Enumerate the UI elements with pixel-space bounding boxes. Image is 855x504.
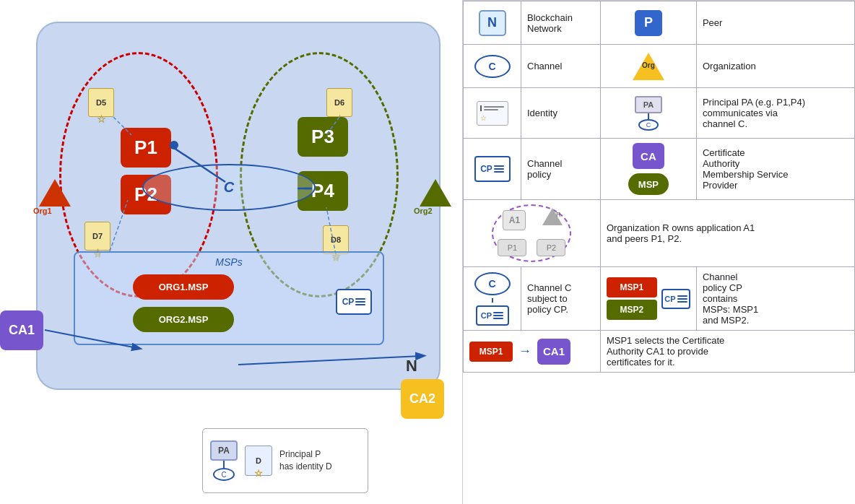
legend-org-r-container: A1 R P1 P2 [492,204,571,262]
legend-msp12-container: MSP1 MSP2 CP [607,277,690,320]
ca1-label: CA1 [9,323,35,338]
doc-d5: D5 [88,88,114,117]
left-panel: D5 D6 ☆ D7 ☆ D8 ☆ P1 P2 P3 P4 C [0,0,462,504]
doc-d6: D6 ☆ [326,88,352,117]
legend-ca-text: CertificateAuthorityMembership ServicePr… [696,139,854,200]
doc-d7: D7 ☆ [84,222,110,251]
legend-msp1-ca1-icon-cell: MSP1 → CA1 [464,331,601,373]
org2-triangle-container: Org2 [420,179,451,207]
legend-msp12-text: Channelpolicy CPcontainsMSPs: MSP1and MS… [696,267,854,331]
legend-msp1-ca1-text: MSP1 selects the CertificateAuthority CA… [600,331,854,373]
legend-org-triangle: Org [633,53,664,80]
peer-p3: P3 [298,117,348,157]
principal-pa-with-c: PA C [210,440,238,481]
pa-box: PA [210,440,238,461]
legend-row6-msp1: MSP1 [607,277,657,297]
cp-label: CP [342,297,355,307]
channel-c-ellipse: C [142,164,316,211]
principal-d-doc: D ☆ [245,446,272,476]
legend-cp-box: CP [474,156,511,182]
legend-org-r-p2: P2 [537,239,565,256]
pa-c-oval: C [213,468,235,481]
doc-d8: D8 ☆ [323,225,349,254]
legend-row-4: CP Channelpolicy CA MSP CertificateAutho… [464,139,855,200]
legend-msp1-ca1-container: MSP1 → CA1 [469,339,594,365]
legend-pa-vline [648,113,649,119]
org1-label: Org1 [33,207,52,215]
legend-row-7: MSP1 → CA1 MSP1 selects the CertificateA… [464,331,855,373]
right-panel: N BlockchainNetwork P Peer C Channel Org… [462,0,855,504]
peer-p1: P1 [121,128,171,168]
cp-badge-msps: CP [336,289,372,315]
legend-row-5: A1 R P1 P2 Organization R owns applicati… [464,200,855,267]
connector-dot-p1 [170,141,178,149]
legend-row6-msp2: MSP2 [607,300,657,320]
legend-row7-ca1: CA1 [537,339,570,365]
legend-channel-cp-left: C CP [469,272,515,326]
legend-organization-text: Organization [696,45,854,88]
legend-ca-icon-cell: CA MSP [600,139,696,200]
legend-channel-cp-text: Channel Csubject topolicy CP. [521,267,601,331]
legend-blockchain-network-text: BlockchainNetwork [521,1,601,45]
legend-pa-icon-cell: PA C [600,88,696,139]
legend-channel-cp-icon-cell: C CP [464,267,521,331]
legend-msp12-icon-cell: MSP1 MSP2 CP [600,267,696,331]
legend-row6-cp: CP [476,305,509,326]
ca1-box: CA1 [0,310,43,350]
legend-p-box: P [635,10,662,36]
legend-row7-msp1: MSP1 [469,342,513,362]
legend-channel-text: Channel [521,45,601,88]
legend-row7-arrow: → [518,344,531,359]
ca2-box: CA2 [401,379,444,419]
legend-p-icon-cell: P [600,1,696,45]
pa-vline [223,461,225,468]
msps-label: MSPs [215,256,242,268]
legend-row6-vline [492,298,493,303]
legend-cp-icon-cell: CP [464,139,521,200]
msp-org1: ORG1.MSP [133,274,234,300]
msps-box: MSPs ORG1.MSP ORG2.MSP CP [74,251,384,345]
msp-org2: ORG2.MSP [133,307,234,332]
ca2-container: CA2 [401,379,444,419]
legend-row-6: C CP Channel Csubject topolicy CP. MSP1 … [464,267,855,331]
legend-row-2: C Channel Org Organization [464,45,855,88]
principal-text: Principal P has identity D [279,448,332,473]
legend-org-r-r-label: R [556,211,561,218]
legend-row6-c-oval: C [474,272,511,295]
legend-identity-text: Identity [521,88,601,139]
org2-label: Org2 [414,207,433,215]
legend-ca-box: CA [633,143,664,169]
legend-org-r-text: Organization R owns application A1and pe… [600,200,854,267]
legend-org-r-a1: A1 [503,210,526,230]
legend-org-r-p1: P1 [498,239,526,256]
legend-pa-rect: PA [635,96,662,113]
legend-pa-with-c: PA C [607,96,690,131]
legend-n-box: N [479,10,506,36]
legend-msp-box-inline: MSP [628,173,669,195]
legend-peer-text: Peer [696,1,854,45]
channel-c-label: C [224,179,234,196]
legend-n-icon-cell: N [464,1,521,45]
network-label: N [406,357,417,375]
legend-org-icon-cell: Org [600,45,696,88]
legend-pa-text: Principal PA (e.g. P1,P4)communicates vi… [696,88,854,139]
legend-cp-text: Channelpolicy [521,139,601,200]
legend-pa-c-oval: C [638,119,659,131]
legend-org-r-icon-cell: A1 R P1 P2 [464,200,601,267]
org1-triangle-container: Org1 [39,179,71,207]
legend-row-1: N BlockchainNetwork P Peer [464,1,855,45]
principal-box: PA C D ☆ Principal P has identity D [202,428,368,493]
legend-identity-icon: I ☆ [477,101,508,126]
legend-c-oval: C [474,55,511,78]
legend-table: N BlockchainNetwork P Peer C Channel Org… [463,1,855,373]
legend-row6-cp-badge: CP [661,289,690,309]
legend-c-icon-cell: C [464,45,521,88]
legend-identity-icon-cell: I ☆ [464,88,521,139]
legend-org-label: Org [635,61,661,69]
legend-msp12-block: MSP1 MSP2 [607,277,657,320]
network-container: D5 D6 ☆ D7 ☆ D8 ☆ P1 P2 P3 P4 C [36,22,440,390]
legend-row-3: I ☆ Identity PA C Principal PA ( [464,88,855,139]
